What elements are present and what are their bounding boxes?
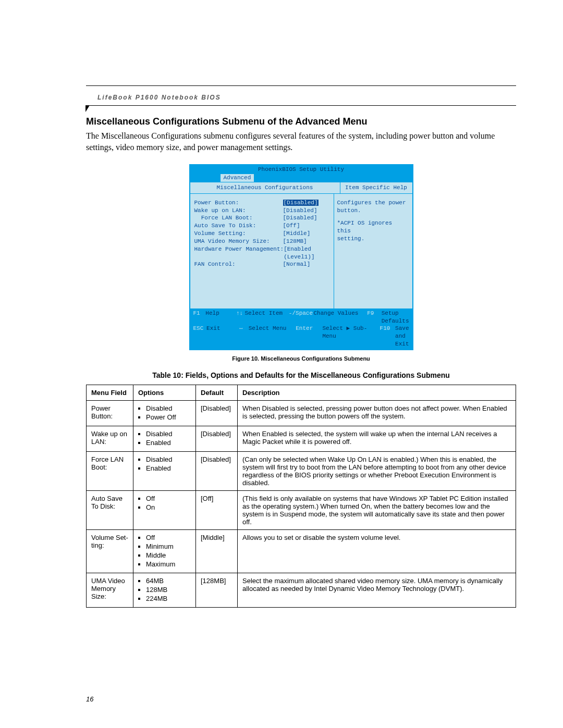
option-item: Disabled [146,455,191,463]
cell-desc: (This field is only available on systems… [238,490,516,529]
bios-setting-row: UMA Video Memory Size:[128MB] [194,238,329,245]
bios-key-label: Select Item [245,310,289,325]
bios-setting-row: Hardware Power Management:[Enabled (Leve… [194,245,329,261]
bios-help-line: Configures the power [337,199,409,207]
running-head: LifeBook P1600 Notebook BIOS [97,94,516,101]
bios-setting-label: Auto Save To Disk: [194,222,283,230]
bios-tab-advanced: Advanced [221,174,254,182]
bios-key: ↔ [239,325,249,348]
table-row: Volume Set-ting:OffMinimumMiddleMaximum[… [87,529,516,573]
bios-key-label: Select Menu [249,325,296,348]
bios-setting-label: Force LAN Boot: [194,214,283,222]
bios-key-label: Change Values [314,310,368,325]
figure-caption: Figure 10. Miscellaneous Configurations … [86,355,516,362]
option-item: Off [146,534,191,541]
cell-field: UMA Video Memory Size: [87,573,133,607]
bios-setting-value: [Disabled] [283,207,329,215]
bios-key-label: Select ▶ Sub-Menu [322,325,380,348]
th-options: Options [133,385,196,400]
cell-default: [Disabled] [196,451,238,490]
bios-footer: F1 Help ↑↓ Select Item -/Space Change Va… [190,309,412,349]
option-item: Maximum [146,560,191,568]
cell-default: [128MB] [196,573,238,607]
cell-desc: When Enabled is selected, the system wil… [238,426,516,451]
bios-help-pane: Configures the power button. *ACPI OS ig… [334,194,412,309]
bios-setting-value: [Middle] [283,230,329,238]
bios-key: Enter [296,325,322,348]
cell-desc: When Disabled is selected, pressing powe… [238,400,516,426]
option-item: Off [146,495,191,502]
bios-setting-value: [Disabled] [283,214,329,222]
bios-key-label: Exit [206,325,239,348]
bios-setting-label: Power Button: [194,199,283,207]
section-title: Miscellaneous Configurations Submenu of … [86,116,516,127]
option-item: Disabled [146,430,191,438]
table-row: Wake up on LAN:DisabledEnabled[Disabled]… [87,426,516,451]
cell-options: DisabledEnabled [133,426,196,451]
cell-options: DisabledEnabled [133,451,196,490]
bios-key-label: Setup Defaults [382,310,409,325]
cell-field: Volume Set-ting: [87,529,133,573]
bios-key-label: Help [205,310,236,325]
option-item: Minimum [146,542,191,550]
option-item: Middle [146,551,191,559]
bios-setting-label: FAN Control: [194,261,283,268]
cell-default: [Off] [196,490,238,529]
option-item: Enabled [146,464,191,472]
bios-setting-value: [Disabled] [283,199,329,207]
page-number: 16 [86,695,93,703]
cell-options: 64MB128MB224MB [133,573,196,607]
table-row: Force LAN Boot:DisabledEnabled[Disabled]… [87,451,516,490]
bios-setting-label: Wake up on LAN: [194,207,283,215]
bios-key: F1 [193,310,206,325]
option-item: Enabled [146,439,191,447]
option-item: 64MB [146,577,191,585]
bios-key: ↑↓ [236,310,245,325]
cell-options: OffOn [133,490,196,529]
cell-default: [Disabled] [196,400,238,426]
cell-desc: Select the maximum allocated shared vide… [238,573,516,607]
fields-table: Menu Field Options Default Description P… [86,385,516,608]
table-caption: Table 10: Fields, Options and Defaults f… [86,371,516,379]
option-item: On [146,503,191,511]
table-row: Auto Save To Disk:OffOn[Off](This field … [87,490,516,529]
bios-setting-row: Wake up on LAN:[Disabled] [194,207,329,215]
option-item: Power Off [146,413,191,421]
bios-key: ESC [193,325,207,348]
cell-desc: Allows you to set or disable the system … [238,529,516,573]
bios-help-line: *ACPI OS ignores this [337,219,409,235]
cell-field: Wake up on LAN: [87,426,133,451]
bios-setting-label: Hardware Power Management: [194,245,284,261]
bios-settings-pane: Power Button:[Disabled]Wake up on LAN:[D… [190,194,334,309]
th-default: Default [196,385,238,400]
bios-setting-row: Power Button:[Disabled] [194,199,329,207]
bios-titlebar: PhoenixBIOS Setup Utility [190,165,412,174]
bios-setting-value: [128MB] [283,238,329,245]
cell-field: Power Button: [87,400,133,426]
bios-help-line: button. [337,207,409,215]
bios-setting-value: [Enabled (Level1)] [284,245,329,261]
bios-setting-value: [Normal] [283,261,329,268]
bios-key-label: Save and Exit [395,325,409,348]
cell-options: DisabledPower Off [133,400,196,426]
section-intro: The Miscellaneous Configurations submenu… [86,130,516,153]
option-item: 224MB [146,595,191,602]
cell-field: Force LAN Boot: [87,451,133,490]
option-item: Disabled [146,404,191,412]
bios-setting-row: FAN Control:[Normal] [194,261,329,268]
bios-help-line: setting. [337,235,409,243]
cell-default: [Disabled] [196,426,238,451]
cell-default: [Middle] [196,529,238,573]
th-field: Menu Field [87,385,133,400]
th-desc: Description [238,385,516,400]
bios-key: F9 [367,310,382,325]
bios-figure: PhoenixBIOS Setup Utility Advanced Misce… [189,164,413,350]
bios-setting-value: [Off] [283,222,329,230]
table-row: UMA Video Memory Size:64MB128MB224MB[128… [87,573,516,607]
bios-setting-row: Volume Setting:[Middle] [194,230,329,238]
bios-key: F10 [380,325,396,348]
bios-setting-label: UMA Video Memory Size: [194,238,283,245]
table-row: Power Button:DisabledPower Off[Disabled]… [87,400,516,426]
bios-setting-row: Auto Save To Disk:[Off] [194,222,329,230]
bios-setting-label: Volume Setting: [194,230,283,238]
